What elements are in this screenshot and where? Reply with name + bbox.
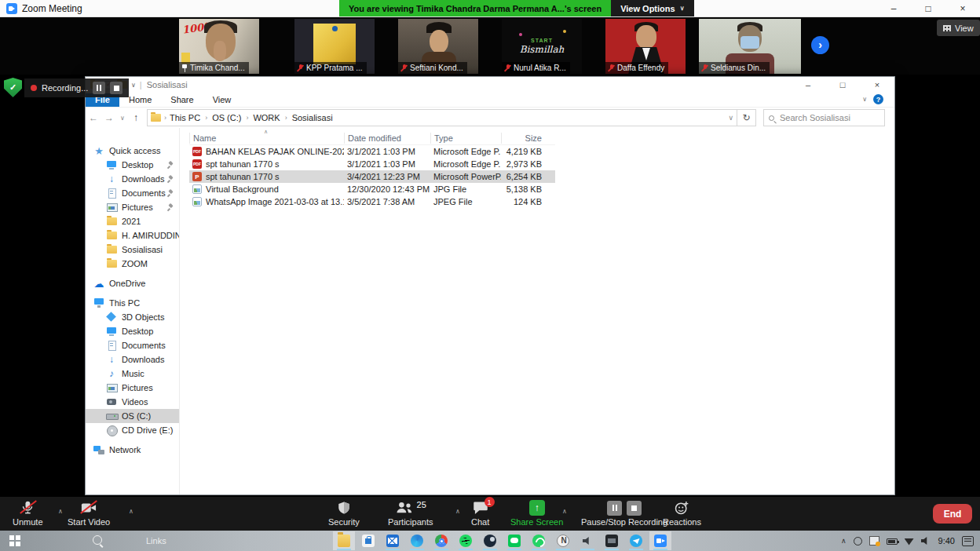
sidebar-item-3d-objects[interactable]: 3D Objects [86, 310, 179, 324]
explorer-minimize-button[interactable]: – [791, 77, 825, 93]
breadcrumb-work[interactable]: WORK [253, 113, 280, 122]
sidebar-item-zoom[interactable]: ZOOM [86, 257, 179, 271]
view-layout-button[interactable]: View [937, 20, 980, 36]
tray-expand-chevron-icon[interactable]: ∧ [841, 537, 847, 545]
taskbar-zoom-icon[interactable] [649, 531, 671, 550]
taskbar-video-app-icon[interactable] [601, 531, 623, 550]
taskbar-file-explorer-icon[interactable] [333, 531, 355, 550]
sidebar-item-this-pc[interactable]: This PC [86, 296, 179, 310]
participant-tile-seftiani[interactable]: Seftiani Kond... [398, 19, 478, 74]
stop-recording-button[interactable] [110, 82, 122, 94]
help-icon[interactable]: ? [873, 94, 883, 104]
sidebar-item-h-amiruddin[interactable]: H. AMIRUDDIN [86, 228, 179, 243]
search-input[interactable] [778, 112, 879, 123]
customize-qat-chevron-icon[interactable]: ∨ [131, 82, 136, 89]
sidebar-item-pictures[interactable]: Pictures [86, 200, 179, 214]
sidebar-item-2021[interactable]: 2021 [86, 214, 179, 228]
pause-recording-icon[interactable] [607, 501, 622, 516]
close-button[interactable]: × [945, 0, 980, 17]
unmute-button[interactable]: Unmute ∧ [13, 500, 43, 527]
participant-tile-seldianus[interactable]: Seldianus Din... [699, 19, 801, 74]
chat-button[interactable]: 1 Chat [471, 500, 489, 527]
participant-tile-nurul[interactable]: START Bismillah Nurul Atika R... [502, 19, 582, 74]
file-row[interactable]: WhatsApp Image 2021-03-03 at 13.19.18 3/… [189, 195, 555, 208]
sidebar-item-quick-access[interactable]: ★ Quick access [86, 144, 179, 158]
taskbar-clock[interactable]: 9:40 [938, 536, 955, 546]
sidebar-item-pictures-pc[interactable]: Pictures [86, 381, 179, 395]
recent-locations-chevron-icon[interactable]: ∨ [117, 115, 128, 122]
participants-button[interactable]: 25 Participants ∧ [388, 500, 433, 527]
breadcrumb-this-pc[interactable]: This PC [170, 113, 200, 122]
pause-recording-button[interactable] [93, 82, 105, 94]
sidebar-item-documents-pc[interactable]: Documents [86, 338, 179, 352]
taskbar-line-icon[interactable] [503, 531, 525, 550]
file-row[interactable]: PDF BAHAN KELAS PAJAK ONLINE-2020 new 3/… [189, 145, 555, 158]
taskbar-search-icon[interactable] [93, 535, 102, 545]
view-options-button[interactable]: View Options ∨ [611, 0, 693, 16]
security-button[interactable]: Security [328, 500, 360, 527]
share-screen-button[interactable]: ↑ Share Screen ∧ [510, 500, 563, 527]
taskbar-audio-app-icon[interactable] [576, 531, 598, 550]
sidebar-item-sosialisasi[interactable]: Sosialisasi [86, 243, 179, 257]
explorer-close-button[interactable]: × [860, 77, 894, 93]
sidebar-item-documents[interactable]: Documents [86, 186, 179, 200]
breadcrumb-os-c[interactable]: OS (C:) [212, 113, 241, 122]
column-header-date-modified[interactable]: Date modified [344, 133, 430, 144]
participant-tile-daffa[interactable]: Daffa Effendy [605, 19, 686, 74]
start-button[interactable] [9, 535, 20, 546]
minimize-button[interactable]: – [876, 0, 911, 17]
file-row[interactable]: PDF spt tahunan 1770 s 3/1/2021 1:03 PM … [189, 158, 555, 170]
links-toolbar-label[interactable]: Links [146, 536, 166, 546]
participant-tile-timika[interactable]: 100% Timika Chand... [179, 19, 259, 74]
wifi-icon[interactable] [905, 538, 914, 546]
taskbar-nox-icon[interactable] [552, 531, 574, 550]
meeting-security-shield-icon[interactable]: ✓ [4, 78, 22, 97]
search-box[interactable] [763, 109, 885, 126]
file-row[interactable]: Virtual Background 12/30/2020 12:43 PM J… [189, 183, 555, 195]
start-video-button[interactable]: Start Video ∧ [68, 500, 110, 527]
sidebar-item-desktop[interactable]: Desktop [86, 158, 179, 172]
participants-chevron-icon[interactable]: ∧ [455, 508, 460, 515]
audio-options-chevron-icon[interactable]: ∧ [58, 508, 63, 515]
sidebar-item-cd-drive[interactable]: CD Drive (E:) [86, 423, 179, 437]
taskbar-store-icon[interactable] [357, 531, 379, 550]
up-button[interactable]: ↑ [128, 112, 144, 123]
tab-view[interactable]: View [203, 93, 241, 107]
explorer-maximize-button[interactable]: □ [825, 77, 860, 93]
forward-button[interactable]: → [101, 112, 117, 123]
next-participants-button[interactable]: › [811, 36, 829, 54]
address-dropdown-chevron-icon[interactable]: ∨ [728, 114, 733, 122]
taskbar-chrome-icon[interactable] [430, 531, 452, 550]
back-button[interactable]: ← [86, 112, 101, 123]
sidebar-item-desktop-pc[interactable]: Desktop [86, 324, 179, 338]
reactions-button[interactable]: Reactions [663, 500, 701, 527]
address-bar[interactable]: › This PC › OS (C:) › WORK › Sosialisasi… [147, 109, 737, 126]
column-header-type[interactable]: Type [430, 133, 501, 144]
stop-recording-icon[interactable] [627, 501, 642, 516]
column-header-size[interactable]: Size [501, 133, 547, 144]
tray-app-icon[interactable] [854, 537, 862, 546]
sidebar-item-music[interactable]: ♪ Music [86, 367, 179, 381]
volume-icon[interactable] [921, 536, 931, 546]
taskbar-telegram-icon[interactable] [625, 531, 647, 550]
sidebar-item-downloads[interactable]: ↓ Downloads [86, 172, 179, 186]
participant-tile-kpp[interactable]: KPP Pratama ... [294, 19, 375, 74]
sidebar-item-network[interactable]: Network [86, 443, 179, 457]
taskbar-spotify-icon[interactable] [455, 531, 477, 550]
maximize-button[interactable]: □ [911, 0, 945, 17]
sidebar-item-videos[interactable]: Videos [86, 395, 179, 409]
pause-stop-recording-button[interactable]: Pause/Stop Recording [581, 500, 667, 527]
tray-notification-icon[interactable] [869, 536, 879, 546]
taskbar-steam-icon[interactable] [479, 531, 501, 550]
tab-share[interactable]: Share [161, 93, 203, 107]
battery-icon[interactable] [887, 538, 898, 545]
sidebar-item-downloads-pc[interactable]: ↓ Downloads [86, 352, 179, 367]
share-options-chevron-icon[interactable]: ∧ [562, 508, 567, 515]
end-meeting-button[interactable]: End [933, 504, 972, 524]
sidebar-item-onedrive[interactable]: ☁ OneDrive [86, 276, 179, 290]
action-center-icon[interactable] [962, 536, 974, 546]
taskbar-edge-icon[interactable] [406, 531, 428, 550]
collapse-ribbon-chevron-icon[interactable]: ∨ [862, 96, 867, 103]
file-row-selected[interactable]: P spt tahunan 1770 s 3/4/2021 12:23 PM M… [189, 170, 555, 183]
refresh-button[interactable]: ↻ [737, 109, 756, 126]
